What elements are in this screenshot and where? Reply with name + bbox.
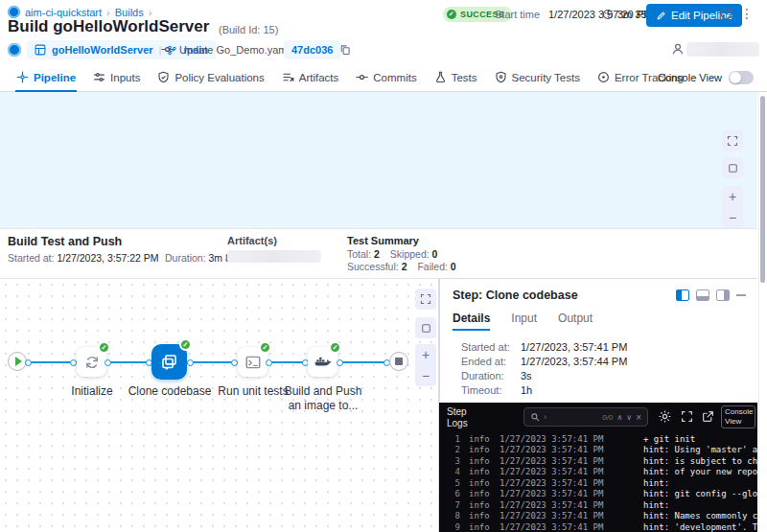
fit-to-screen-button[interactable] (415, 317, 436, 338)
log-search-box[interactable]: › 0/0 ∧ ∨ × (523, 407, 648, 427)
field-value: 1/27/2023, 3:57:41 PM (521, 341, 627, 353)
grid-icon (35, 44, 46, 56)
field-value: 1h (521, 384, 532, 396)
error-tracking-icon (597, 71, 610, 83)
fit-to-screen-button[interactable] (722, 157, 743, 178)
pipeline-name[interactable]: goHelloWorldServer (52, 44, 153, 56)
connector-dot (25, 359, 32, 366)
search-match-count: 0/0 (602, 413, 613, 422)
console-view-button[interactable]: Console View (721, 405, 755, 428)
console-view-toggle-row: Console View (658, 63, 754, 91)
chevron-right-icon: › (106, 7, 110, 18)
step-label[interactable]: Build and Push an image to... (279, 384, 367, 413)
pipeline-icon (16, 71, 29, 83)
connector-dot (70, 359, 77, 366)
field-label: Started at: (461, 341, 510, 353)
connector-dot (187, 359, 194, 366)
tab-pipeline[interactable]: Pipeline (8, 63, 84, 91)
step-panel-title: Step: Clone codebase (453, 289, 578, 302)
log-line: 6info1/27/2023 3:57:41 PMhint: git confi… (439, 489, 757, 500)
next-match-icon[interactable]: ∨ (626, 413, 632, 422)
commit-sha[interactable]: 47dc036 (284, 40, 340, 59)
chevron-right-icon: › (149, 7, 152, 18)
breadcrumb-builds[interactable]: Builds (115, 7, 144, 18)
check-icon: ✓ (447, 10, 456, 19)
stage-duration: Duration: 3m 8s (165, 252, 236, 264)
tab-inputs[interactable]: Inputs (84, 63, 149, 91)
start-time-label: Start time (495, 9, 540, 20)
step-node-initialize[interactable]: ✓ (77, 347, 106, 377)
open-in-new-icon[interactable] (702, 410, 714, 423)
connector-dot (337, 359, 343, 366)
zoom-out-button[interactable]: − (415, 365, 436, 386)
tab-policy-evaluations[interactable]: Policy Evaluations (149, 63, 272, 91)
tab-artifacts[interactable]: Artifacts (273, 63, 348, 91)
log-line: 3info1/27/2023 3:57:41 PMhint: is subjec… (439, 455, 757, 467)
build-tabs: Pipeline Inputs Policy Evaluations Artif… (0, 63, 767, 92)
stage-graph-canvas[interactable]: ✓ Build Test and Push ✓ run integration … (0, 92, 757, 228)
step-details-panel: Step: Clone codebase Details Input Outpu… (439, 278, 757, 403)
layout-bottom-split-icon[interactable] (696, 289, 709, 301)
commits-icon (356, 71, 368, 83)
log-line: 9info1/27/2023 3:57:41 PMhint: 'developm… (439, 521, 757, 532)
tab-commits[interactable]: Commits (347, 63, 425, 91)
breadcrumb-project[interactable]: aim-ci-quickstart (25, 7, 102, 18)
redacted-username (686, 42, 759, 57)
steps-end-node (389, 352, 408, 371)
field-label: Timeout: (461, 384, 501, 396)
console-view-label: Console View (658, 72, 722, 83)
layout-right-split-icon[interactable] (716, 289, 730, 301)
log-line: 1info1/27/2023 3:57:41 PM+ git init (439, 433, 757, 445)
test-summary-title: Test Summary (347, 235, 419, 246)
tests-icon (434, 71, 447, 83)
log-line: 5info1/27/2023 3:57:41 PMhint: (439, 477, 757, 489)
step-logs-title: Step Logs (447, 406, 479, 429)
zoom-in-button[interactable]: + (722, 186, 743, 207)
tab-tests[interactable]: Tests (426, 63, 486, 91)
success-check-icon: ✓ (259, 341, 271, 354)
prev-match-icon[interactable]: ∧ (616, 413, 622, 422)
more-options-icon[interactable]: ⋮ (740, 6, 754, 21)
field-label: Duration: (461, 370, 504, 382)
initialize-icon (84, 355, 100, 370)
refresh-icon[interactable] (719, 7, 733, 21)
clear-search-icon[interactable]: × (636, 412, 641, 423)
panel-layout-controls (676, 289, 746, 301)
step-graph-canvas[interactable]: ✓ Initialize ✓ Clone codebase ✓ Run unit… (0, 278, 439, 532)
log-line: 2info1/27/2023 3:57:41 PMhint: Using 'ma… (439, 445, 757, 456)
commit-message: Update Go_Demo.yaml (179, 44, 290, 56)
step-node-clone-codebase[interactable]: ✓ (151, 344, 187, 380)
layout-left-split-icon[interactable] (676, 289, 689, 301)
zoom-in-button[interactable]: + (415, 344, 436, 365)
step-label[interactable]: Initialize (48, 384, 136, 399)
artifacts-icon (282, 71, 294, 83)
tab-output[interactable]: Output (558, 312, 593, 331)
expand-canvas-button[interactable] (722, 130, 743, 151)
stage-details-title: Build Test and Push (8, 235, 122, 248)
step-logs-console: Step Logs › 0/0 ∧ ∨ × Console View 1info… (439, 403, 757, 532)
tab-details[interactable]: Details (453, 312, 490, 331)
step-node-build-and-push[interactable]: ✓ (308, 347, 337, 377)
log-line: 4info1/27/2023 3:57:41 PMhint: of your n… (439, 467, 757, 478)
copy-icon[interactable] (339, 44, 351, 56)
connector-dot (231, 359, 238, 366)
zoom-out-button[interactable]: − (722, 207, 743, 228)
log-settings-gear-icon[interactable] (658, 409, 672, 424)
success-check-icon: ✓ (329, 341, 341, 354)
terminal-icon (244, 354, 262, 371)
log-line: 8info1/27/2023 3:57:41 PMhint: Names com… (439, 511, 757, 522)
console-view-toggle[interactable] (729, 71, 754, 84)
security-icon (495, 71, 507, 83)
stage-started-at: Started at: 1/27/2023, 3:57:22 PM (8, 252, 159, 264)
expand-canvas-button[interactable] (415, 289, 436, 310)
page-scrollbar-thumb[interactable] (760, 96, 765, 283)
step-node-run-unit-tests[interactable]: ✓ (238, 347, 267, 377)
step-label[interactable]: Clone codebase (126, 384, 214, 399)
field-label: Ended at: (461, 356, 506, 367)
fullscreen-logs-icon[interactable] (681, 410, 693, 423)
tab-input[interactable]: Input (511, 312, 537, 331)
minimize-panel-icon[interactable] (736, 294, 746, 296)
field-value: 1/27/2023, 3:57:44 PM (521, 356, 627, 367)
tab-security-tests[interactable]: Security Tests (486, 63, 589, 91)
log-lines[interactable]: 1info1/27/2023 3:57:41 PM+ git init 2inf… (439, 433, 757, 532)
